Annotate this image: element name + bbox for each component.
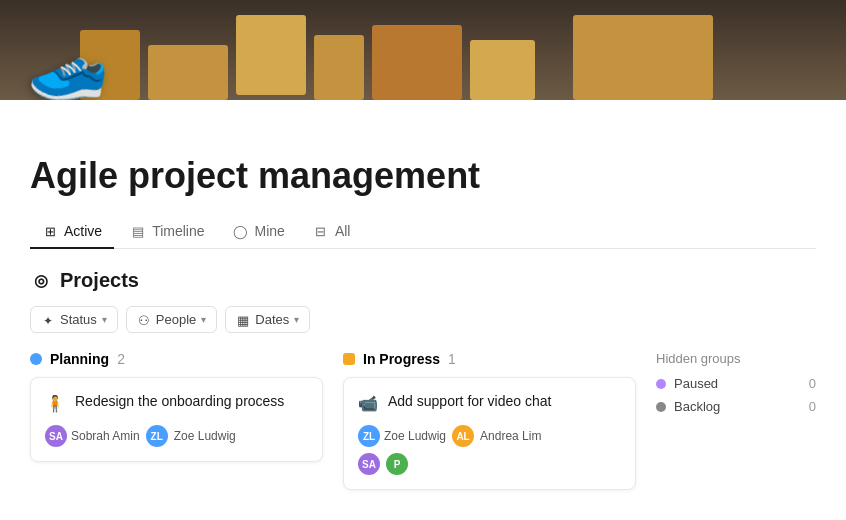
grid-icon — [42, 223, 58, 239]
dates-chevron: ▾ — [294, 314, 299, 325]
column-planning: Planning 2 🧍 Redesign the onboarding pro… — [30, 351, 323, 462]
video-card-icon: 📹 — [358, 394, 378, 413]
assignee-name-sobrah: Sobrah Amin — [71, 429, 140, 443]
assignee-zoe-ip: ZL Zoe Ludwig — [358, 425, 446, 447]
card-assignees-video: ZL Zoe Ludwig AL Andrea Lim — [358, 425, 621, 447]
assignee-sobrah: SA Sobrah Amin — [45, 425, 140, 447]
hidden-groups-title: Hidden groups — [656, 351, 816, 366]
planning-label: Planning — [50, 351, 109, 367]
column-in-progress: In Progress 1 📹 Add support for video ch… — [343, 351, 636, 490]
card-assignees-video-row2: SA P — [358, 453, 621, 475]
avatar-sobrah-ip: SA — [358, 453, 380, 475]
filters-bar: Status ▾ People ▾ Dates ▾ — [30, 306, 816, 333]
planning-count: 2 — [117, 351, 125, 367]
card-title-redesign: Redesign the onboarding process — [75, 392, 284, 412]
in-progress-label: In Progress — [363, 351, 440, 367]
status-filter-icon — [41, 313, 55, 327]
card-title-video: Add support for video chat — [388, 392, 551, 412]
mine-icon — [233, 223, 249, 239]
avatar-sobrah: SA — [45, 425, 67, 447]
section-header: Projects — [30, 269, 816, 292]
timeline-icon — [130, 223, 146, 239]
hidden-group-paused[interactable]: Paused 0 — [656, 376, 816, 391]
dates-filter-icon — [236, 313, 250, 327]
in-progress-count: 1 — [448, 351, 456, 367]
column-in-progress-header: In Progress 1 — [343, 351, 636, 367]
in-progress-status-dot — [343, 353, 355, 365]
people-filter-icon — [137, 313, 151, 327]
all-icon — [313, 223, 329, 239]
tab-timeline[interactable]: Timeline — [118, 215, 216, 249]
backlog-count: 0 — [809, 399, 816, 414]
paused-dot — [656, 379, 666, 389]
card-redesign-onboarding[interactable]: 🧍 Redesign the onboarding process SA Sob… — [30, 377, 323, 462]
status-filter[interactable]: Status ▾ — [30, 306, 118, 333]
kanban-board: Planning 2 🧍 Redesign the onboarding pro… — [30, 351, 816, 490]
assignee-name-zoe-ip: Zoe Ludwig — [384, 429, 446, 443]
column-planning-header: Planning 2 — [30, 351, 323, 367]
assignee-name-andrea: Andrea Lim — [480, 429, 541, 443]
status-chevron: ▾ — [102, 314, 107, 325]
hidden-groups-panel: Hidden groups Paused 0 Backlog 0 — [656, 351, 816, 422]
page-title: Agile project management — [30, 155, 816, 197]
avatar-person-ip: P — [386, 453, 408, 475]
people-filter[interactable]: People ▾ — [126, 306, 217, 333]
paused-label: Paused — [674, 376, 718, 391]
planning-status-dot — [30, 353, 42, 365]
paused-count: 0 — [809, 376, 816, 391]
dates-filter[interactable]: Dates ▾ — [225, 306, 310, 333]
assignee-name-zoe-planning: Zoe Ludwig — [174, 429, 236, 443]
tab-mine[interactable]: Mine — [221, 215, 297, 249]
card-assignees-redesign: SA Sobrah Amin ZL Zoe Ludwig — [45, 425, 308, 447]
tab-all[interactable]: All — [301, 215, 363, 249]
tabs-bar: Active Timeline Mine All — [30, 215, 816, 249]
tab-active[interactable]: Active — [30, 215, 114, 249]
backlog-label: Backlog — [674, 399, 720, 414]
card-video-chat[interactable]: 📹 Add support for video chat ZL Zoe Ludw… — [343, 377, 636, 490]
person-card-icon: 🧍 — [45, 394, 65, 413]
section-title: Projects — [60, 269, 139, 292]
hidden-group-backlog[interactable]: Backlog 0 — [656, 399, 816, 414]
page-banner: 👟 — [0, 0, 846, 100]
people-chevron: ▾ — [201, 314, 206, 325]
avatar-zoe: ZL — [146, 425, 168, 447]
sneaker-icon: 👟 — [30, 30, 120, 100]
projects-section-icon — [30, 270, 52, 292]
avatar-zoe-ip: ZL — [358, 425, 380, 447]
avatar-andrea: AL — [452, 425, 474, 447]
backlog-dot — [656, 402, 666, 412]
